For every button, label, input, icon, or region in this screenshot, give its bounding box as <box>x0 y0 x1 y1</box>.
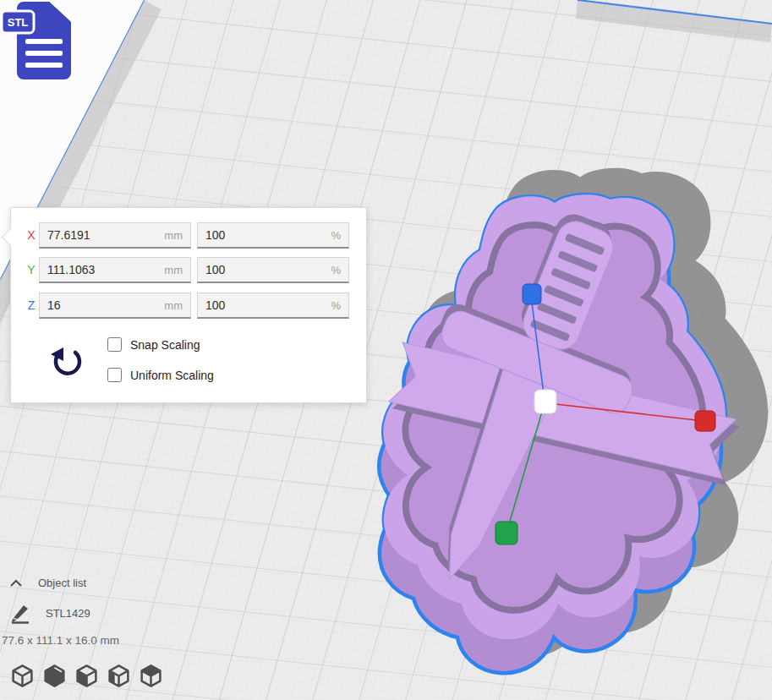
x-size-field: mm <box>39 222 191 249</box>
z-size-field: mm <box>39 293 191 319</box>
view-front-button[interactable] <box>42 663 67 689</box>
z-percent-field: % <box>197 293 349 319</box>
uniform-scaling-checkbox[interactable] <box>107 368 122 382</box>
z-size-unit: mm <box>164 299 183 312</box>
z-percent-input[interactable] <box>205 298 298 312</box>
stl-badge-label: STL <box>8 16 29 29</box>
view-right-icon <box>139 663 163 689</box>
scale-handle-x[interactable] <box>695 411 715 431</box>
snap-scaling-label: Snap Scaling <box>130 338 200 352</box>
application-window: STL X mm % Y mm % Z mm <box>0 0 772 700</box>
pencil-icon <box>10 602 30 624</box>
y-size-unit: mm <box>164 264 183 276</box>
axis-label-y: Y <box>25 263 38 276</box>
scale-handle-center[interactable] <box>534 390 556 413</box>
x-percent-field: % <box>197 222 349 249</box>
view-right-button[interactable] <box>139 663 163 689</box>
x-size-input[interactable] <box>47 228 140 242</box>
x-size-unit: mm <box>164 229 183 242</box>
y-size-input[interactable] <box>47 263 140 276</box>
snap-scaling-checkbox[interactable] <box>107 337 122 352</box>
view-top-button[interactable] <box>74 663 99 689</box>
object-name: STL1429 <box>46 607 90 620</box>
view-orientation-toolbar <box>10 663 163 689</box>
z-size-input[interactable] <box>47 298 140 312</box>
reset-scale-button[interactable] <box>50 346 84 381</box>
scale-handle-y[interactable] <box>496 522 517 544</box>
x-percent-input[interactable] <box>205 228 298 242</box>
uniform-scaling-label: Uniform Scaling <box>130 369 214 382</box>
model-dimensions: 77.6 x 111.1 x 16.0 mm <box>2 634 119 647</box>
z-percent-unit: % <box>331 299 341 312</box>
reset-rotate-icon <box>50 346 84 381</box>
snap-scaling-row: Snap Scaling <box>107 337 200 352</box>
axis-label-x: X <box>25 228 38 242</box>
view-top-icon <box>74 663 99 689</box>
scale-handle-z[interactable] <box>523 284 541 304</box>
stl-file-icon: STL <box>0 0 93 88</box>
y-percent-input[interactable] <box>205 263 298 276</box>
doc-line <box>25 51 63 56</box>
uniform-scaling-row: Uniform Scaling <box>107 368 214 382</box>
y-size-field: mm <box>39 257 191 283</box>
view-front-icon <box>42 663 67 689</box>
view-left-button[interactable] <box>107 663 131 689</box>
view-left-icon <box>107 663 131 689</box>
y-percent-unit: % <box>331 264 341 276</box>
doc-line <box>25 39 63 44</box>
y-percent-field: % <box>197 257 349 283</box>
object-list-toggle[interactable]: Object list <box>8 577 86 589</box>
view-3d-button[interactable] <box>10 663 35 689</box>
scale-tool-panel: X mm % Y mm % Z mm % <box>10 207 367 403</box>
axis-label-z: Z <box>25 298 38 312</box>
x-percent-unit: % <box>331 229 341 242</box>
view-3d-icon <box>10 663 35 689</box>
object-list-label: Object list <box>38 577 86 589</box>
doc-line <box>25 63 63 68</box>
object-list-item[interactable]: STL1429 <box>10 602 90 624</box>
chevron-up-icon <box>8 578 24 588</box>
